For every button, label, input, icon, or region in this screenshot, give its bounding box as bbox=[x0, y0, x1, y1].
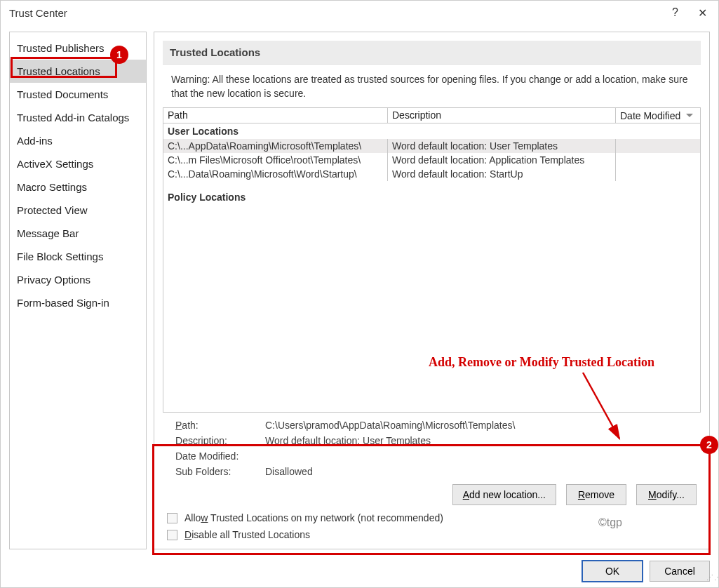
resize-grip-icon[interactable]: ⋰⋰ bbox=[706, 575, 716, 585]
allow-network-checkbox[interactable] bbox=[167, 513, 177, 523]
sidebar-item-label: Message Bar bbox=[17, 227, 79, 239]
cell-path: C:\...m Files\Microsoft Office\root\Temp… bbox=[163, 153, 388, 167]
warning-text: Warning: All these locations are treated… bbox=[163, 65, 701, 107]
sidebar-item-label: Privacy Options bbox=[17, 274, 90, 286]
sidebar-item-protected-view[interactable]: Protected View bbox=[10, 199, 146, 222]
section-header: Trusted Locations bbox=[163, 41, 701, 65]
cell-date bbox=[616, 153, 700, 167]
dialog-footer: OK Cancel bbox=[1, 555, 718, 587]
detail-value-desc: Word default location: User Templates bbox=[265, 435, 692, 446]
cell-desc: Word default location: Application Templ… bbox=[388, 153, 616, 167]
sidebar-item-message-bar[interactable]: Message Bar bbox=[10, 222, 146, 245]
cancel-button[interactable]: Cancel bbox=[650, 561, 710, 582]
detail-label-desc: Description: bbox=[175, 435, 258, 446]
sidebar-item-add-ins[interactable]: Add-ins bbox=[10, 129, 146, 152]
sidebar-item-label: Form-based Sign-in bbox=[17, 297, 109, 309]
column-description[interactable]: Description bbox=[388, 108, 616, 123]
sidebar-item-label: Trusted Add-in Catalogs bbox=[17, 112, 129, 123]
sort-dropdown-icon bbox=[686, 114, 693, 117]
column-path[interactable]: Path bbox=[163, 108, 388, 123]
remove-button[interactable]: Remove bbox=[566, 484, 626, 505]
detail-value-date bbox=[265, 450, 692, 462]
locations-table: Path Description Date Modified User Loca… bbox=[163, 107, 701, 413]
location-actions: Add new location... Remove Modify... bbox=[163, 477, 701, 505]
sidebar-item-macro-settings[interactable]: Macro Settings bbox=[10, 175, 146, 199]
sidebar-item-trusted-publishers[interactable]: Trusted Publishers bbox=[10, 36, 146, 60]
detail-label-sub: Sub Folders: bbox=[175, 466, 258, 477]
table-body: User Locations C:\...AppData\Roaming\Mic… bbox=[163, 123, 700, 412]
cell-desc: Word default location: User Templates bbox=[388, 139, 616, 153]
table-row[interactable]: C:\...AppData\Roaming\Microsoft\Template… bbox=[163, 139, 700, 153]
disable-all-checkbox[interactable] bbox=[167, 530, 177, 540]
disable-all-label: Disable all Trusted Locations bbox=[184, 529, 310, 540]
cell-date bbox=[616, 167, 700, 181]
close-button[interactable]: ✕ bbox=[694, 6, 711, 20]
sidebar-item-trusted-locations[interactable]: Trusted Locations bbox=[10, 60, 146, 83]
watermark: ©tgp bbox=[598, 516, 622, 529]
add-new-location-button[interactable]: Add new location... bbox=[452, 484, 556, 505]
cell-path: C:\...Data\Roaming\Microsoft\Word\Startu… bbox=[163, 167, 388, 181]
trust-center-dialog: Trust Center ? ✕ Trusted Publishers Trus… bbox=[0, 0, 719, 588]
cell-desc: Word default location: StartUp bbox=[388, 167, 616, 181]
sidebar-item-label: Protected View bbox=[17, 204, 88, 216]
column-date-label: Date Modified bbox=[620, 110, 680, 121]
table-header: Path Description Date Modified bbox=[163, 108, 700, 123]
table-row[interactable]: C:\...Data\Roaming\Microsoft\Word\Startu… bbox=[163, 167, 700, 181]
sidebar-item-label: Trusted Locations bbox=[17, 65, 100, 77]
sidebar-item-activex-settings[interactable]: ActiveX Settings bbox=[10, 152, 146, 175]
sidebar-item-label: Add-ins bbox=[17, 135, 53, 147]
group-user-locations: User Locations bbox=[163, 123, 700, 139]
sidebar-item-label: Trusted Publishers bbox=[17, 42, 105, 54]
modify-button[interactable]: Modify... bbox=[636, 484, 697, 505]
location-details: PPath:ath: C:\Users\pramod\AppData\Roami… bbox=[163, 413, 701, 477]
sidebar-item-file-block-settings[interactable]: File Block Settings bbox=[10, 245, 146, 268]
detail-label-path: PPath:ath: bbox=[175, 420, 258, 431]
disable-all-locations-row[interactable]: Disable all Trusted Locations bbox=[167, 529, 701, 540]
sidebar-item-trusted-documents[interactable]: Trusted Documents bbox=[10, 83, 146, 106]
main-panel: Trusted Locations Warning: All these loc… bbox=[154, 32, 710, 549]
allow-network-label: Allow Trusted Locations on my network (n… bbox=[184, 512, 443, 523]
sidebar-item-label: Macro Settings bbox=[17, 181, 87, 193]
cell-path: C:\...AppData\Roaming\Microsoft\Template… bbox=[163, 139, 388, 153]
dialog-body: Trusted Publishers Trusted Locations Tru… bbox=[1, 25, 718, 555]
detail-value-path: C:\Users\pramod\AppData\Roaming\Microsof… bbox=[265, 420, 692, 431]
ok-button[interactable]: OK bbox=[582, 561, 643, 582]
cell-date bbox=[616, 139, 700, 153]
sidebar-item-label: File Block Settings bbox=[17, 250, 103, 262]
group-policy-locations: Policy Locations bbox=[163, 189, 700, 205]
table-row[interactable]: C:\...m Files\Microsoft Office\root\Temp… bbox=[163, 153, 700, 167]
detail-value-sub: Disallowed bbox=[265, 466, 692, 477]
sidebar-item-privacy-options[interactable]: Privacy Options bbox=[10, 268, 146, 291]
column-date-modified[interactable]: Date Modified bbox=[616, 108, 700, 123]
sidebar-item-label: Trusted Documents bbox=[17, 88, 108, 100]
dialog-title: Trust Center bbox=[9, 7, 67, 19]
sidebar: Trusted Publishers Trusted Locations Tru… bbox=[9, 32, 147, 549]
sidebar-item-trusted-addin-catalogs[interactable]: Trusted Add-in Catalogs bbox=[10, 106, 146, 129]
sidebar-item-label: ActiveX Settings bbox=[17, 158, 93, 170]
sidebar-item-form-based-signin[interactable]: Form-based Sign-in bbox=[10, 291, 146, 314]
titlebar: Trust Center ? ✕ bbox=[1, 1, 718, 25]
detail-label-date: Date Modified: bbox=[175, 450, 258, 462]
help-button[interactable]: ? bbox=[672, 6, 678, 19]
